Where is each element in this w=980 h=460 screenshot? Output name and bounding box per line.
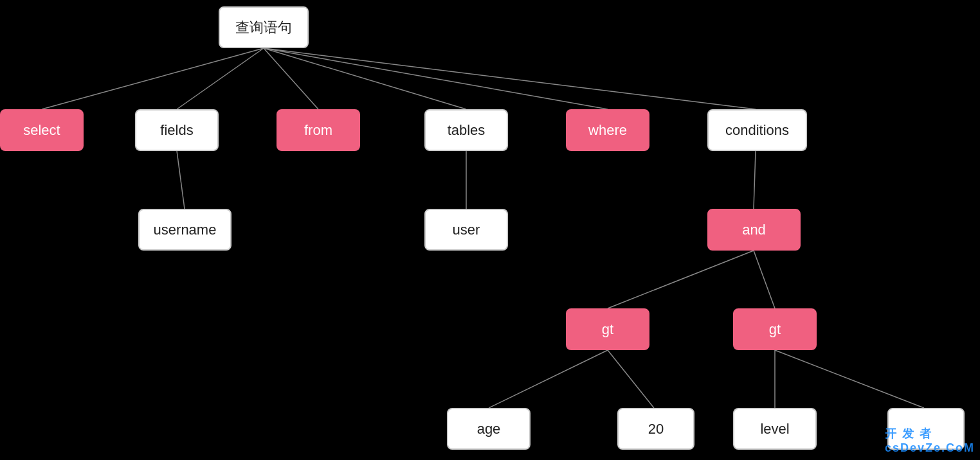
node-select: select	[0, 109, 84, 151]
node-where: where	[566, 109, 649, 151]
node-and: and	[707, 209, 801, 251]
node-20: 20	[617, 408, 694, 450]
watermark: 开 发 者csDevZe.CoM	[885, 426, 975, 455]
svg-line-0	[42, 48, 264, 109]
svg-line-9	[608, 251, 754, 308]
svg-line-8	[754, 151, 756, 209]
svg-line-10	[754, 251, 775, 308]
node-gt2: gt	[733, 308, 817, 350]
node-tables: tables	[424, 109, 508, 151]
node-age: age	[447, 408, 531, 450]
svg-line-3	[264, 48, 466, 109]
node-username: username	[138, 209, 231, 251]
svg-line-2	[264, 48, 318, 109]
svg-line-14	[775, 350, 924, 408]
svg-line-11	[489, 350, 608, 408]
node-user: user	[424, 209, 508, 251]
node-from: from	[277, 109, 360, 151]
node-level: level	[733, 408, 817, 450]
node-root: 查询语句	[219, 6, 309, 48]
svg-line-1	[177, 48, 264, 109]
svg-line-5	[264, 48, 756, 109]
node-conditions: conditions	[707, 109, 807, 151]
svg-line-4	[264, 48, 608, 109]
node-gt1: gt	[566, 308, 649, 350]
svg-line-12	[608, 350, 654, 408]
svg-line-6	[177, 151, 185, 209]
node-fields: fields	[135, 109, 219, 151]
